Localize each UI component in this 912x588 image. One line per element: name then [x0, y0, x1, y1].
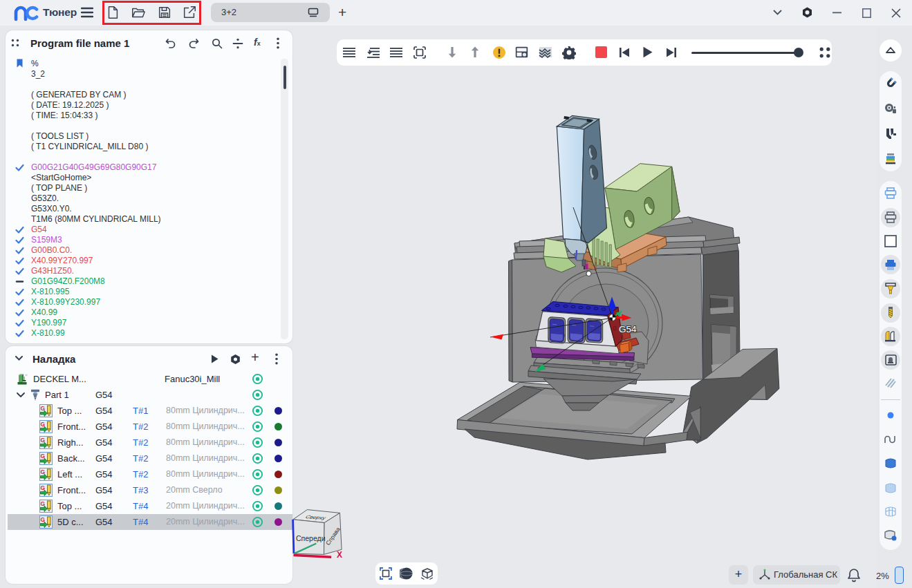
svg-text:Спереди: Спереди: [296, 534, 326, 542]
svg-text:G54: G54: [619, 324, 637, 334]
svg-text:X: X: [337, 550, 342, 560]
